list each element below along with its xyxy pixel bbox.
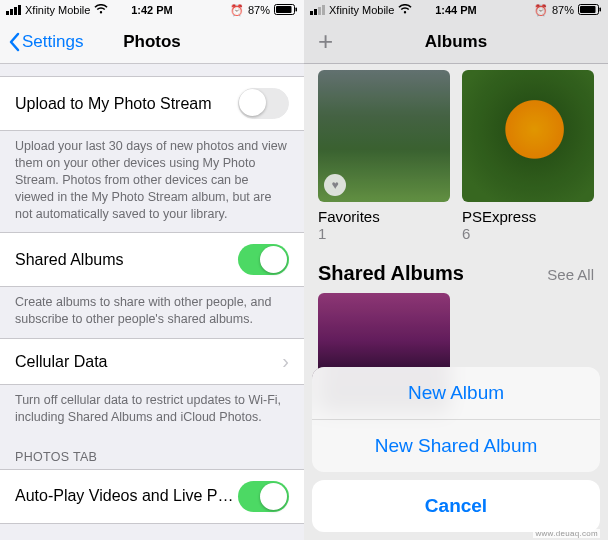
albums-screen: Xfinity Mobile 1:44 PM ⏰ 87% + Albums ♥ <box>304 0 608 540</box>
upload-photo-stream-footer: Upload your last 30 days of new photos a… <box>0 131 304 232</box>
settings-photos-screen: Xfinity Mobile 1:42 PM ⏰ 87% Settings Ph… <box>0 0 304 540</box>
cancel-button[interactable]: Cancel <box>312 480 600 532</box>
new-shared-album-button[interactable]: New Shared Album <box>312 420 600 472</box>
autoplay-row[interactable]: Auto-Play Videos and Live P… <box>0 469 304 524</box>
upload-photo-stream-toggle[interactable] <box>238 88 289 119</box>
nav-bar: Settings Photos <box>0 20 304 64</box>
status-bar: Xfinity Mobile 1:42 PM ⏰ 87% <box>0 0 304 20</box>
action-sheet: New Album New Shared Album Cancel <box>312 367 600 532</box>
cellular-data-row[interactable]: Cellular Data › <box>0 338 304 385</box>
chevron-left-icon <box>8 32 20 52</box>
photos-tab-header: PHOTOS TAB <box>0 436 304 469</box>
back-button[interactable]: Settings <box>8 32 83 52</box>
new-album-button[interactable]: New Album <box>312 367 600 420</box>
shared-albums-row[interactable]: Shared Albums <box>0 232 304 287</box>
cellular-footer: Turn off cellular data to restrict updat… <box>0 385 304 436</box>
upload-photo-stream-row[interactable]: Upload to My Photo Stream <box>0 76 304 131</box>
row-label: Upload to My Photo Stream <box>15 95 238 113</box>
autoplay-toggle[interactable] <box>238 481 289 512</box>
shared-albums-toggle[interactable] <box>238 244 289 275</box>
row-label: Cellular Data <box>15 353 282 371</box>
row-label: Shared Albums <box>15 251 238 269</box>
memories-header: MEMORIES <box>0 524 304 540</box>
back-label: Settings <box>22 32 83 52</box>
row-label: Auto-Play Videos and Live P… <box>15 487 238 505</box>
chevron-right-icon: › <box>282 350 289 373</box>
nav-title: Photos <box>123 32 181 52</box>
clock: 1:42 PM <box>0 4 304 16</box>
shared-albums-footer: Create albums to share with other people… <box>0 287 304 338</box>
watermark: www.deuaq.com <box>533 529 600 538</box>
